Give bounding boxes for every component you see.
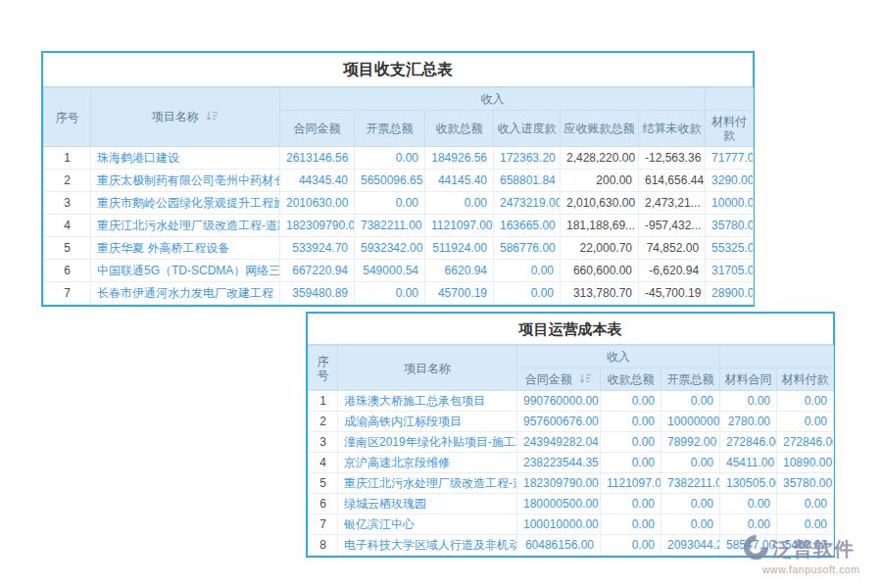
table-title: 项目收支汇总表 — [43, 53, 753, 87]
amount-cell: 0.00 — [494, 260, 561, 282]
amount-cell: 180000500.00 — [517, 494, 601, 514]
col-header-project-sortable[interactable]: 项目名称 — [91, 88, 280, 147]
col-header-invoice-total: 开票总额 — [355, 111, 425, 147]
project-name-link[interactable]: 重庆市鹅岭公园绿化景观提升工程施工 — [91, 192, 280, 215]
amount-cell: 45411.00 — [720, 453, 777, 473]
table-row: 6绿城云栖玫瑰园180000500.000.000.000.000.00 — [309, 494, 834, 514]
amount-cell: 0.00 — [601, 432, 662, 453]
amount-cell: 2,473,21... — [639, 192, 706, 215]
amount-cell: 181,188,69... — [561, 215, 639, 237]
table-row: 5重庆江北污水处理厂级改造工程-道路修复182309790.001121097.… — [309, 473, 834, 494]
amount-cell: 2,428,220.00 — [561, 147, 639, 170]
row-index-cell: 5 — [309, 473, 338, 494]
project-name-link[interactable]: 重庆太极制药有限公司亳州中药材仓储物流 — [91, 170, 280, 192]
group-header-empty — [706, 88, 754, 111]
amount-cell: 0.00 — [355, 282, 425, 305]
amount-cell: 0.00 — [720, 494, 777, 514]
col-header-project: 项目名称 — [338, 346, 517, 391]
row-index-cell: 3 — [309, 432, 338, 453]
amount-cell: 0.00 — [494, 282, 561, 305]
amount-cell: 71777.00 — [706, 147, 754, 170]
table-row: 7长春市伊通河水力发电厂改建工程359480.890.0045700.190.0… — [44, 282, 754, 305]
vendor-url: www.fanpusoft.com — [762, 564, 880, 575]
row-index-cell: 6 — [309, 494, 338, 514]
amount-cell: 0.00 — [777, 412, 834, 432]
vendor-brand-name: 泛普软件 — [772, 536, 855, 563]
project-name-link[interactable]: 重庆华夏 外高桥工程设备 — [91, 237, 280, 260]
amount-cell: 10000.00 — [706, 192, 754, 215]
amount-cell: -45,700.19 — [639, 282, 706, 305]
amount-cell: 200.00 — [561, 170, 639, 192]
amount-cell: 28900.00 — [706, 282, 754, 305]
amount-cell: 272846.00 — [777, 432, 834, 453]
amount-cell: 0.00 — [601, 514, 662, 535]
amount-cell: 10890.00 — [777, 453, 834, 473]
project-name-link[interactable]: 银亿滨江中心 — [338, 514, 517, 535]
amount-cell: 0.00 — [601, 453, 662, 473]
row-index-cell: 8 — [309, 535, 338, 556]
operating-cost-table: 项目运营成本表 序号 项目名称 收入 合同金额 — [306, 312, 835, 558]
col-header-settle-unreceived: 结算未收款 — [639, 111, 706, 147]
amount-cell: 0.00 — [425, 192, 494, 215]
col-header-seq: 序号 — [44, 88, 91, 147]
col-header-receivable-total: 应收账款总额 — [561, 111, 639, 147]
amount-cell: 2613146.56 — [280, 147, 355, 170]
col-header-material-payment: 材料付款 — [706, 111, 754, 147]
amount-cell: 313,780.70 — [561, 282, 639, 305]
amount-cell: 35780.00 — [706, 215, 754, 237]
project-name-link[interactable]: 成渝高铁内江标段项目 — [338, 412, 517, 432]
amount-cell: 45700.19 — [425, 282, 494, 305]
amount-cell: 990760000.00 — [517, 391, 601, 412]
project-name-link[interactable]: 电子科技大学区域人行道及非机动车道工 — [338, 535, 517, 556]
row-index-cell: 1 — [44, 147, 91, 170]
table-row: 4重庆江北污水处理厂级改造工程-道路修复工182309790.007382211… — [44, 215, 754, 237]
amount-cell: 586776.00 — [494, 237, 561, 260]
amount-cell: 5650096.65 — [355, 170, 425, 192]
amount-cell: -6,620.94 — [639, 260, 706, 282]
amount-cell: 614,656.44 — [639, 170, 706, 192]
amount-cell: 533924.70 — [280, 237, 355, 260]
cost-table-body: 1港珠澳大桥施工总承包项目990760000.000.000.000.000.0… — [309, 391, 834, 556]
table-row: 3重庆市鹅岭公园绿化景观提升工程施工2010630.000.000.002473… — [44, 192, 754, 215]
project-name-link[interactable]: 港珠澳大桥施工总承包项目 — [338, 391, 517, 412]
amount-cell: 0.00 — [355, 147, 425, 170]
header-group-row: 序号 项目名称 收入 — [44, 88, 754, 111]
amount-cell: 0.00 — [662, 453, 720, 473]
amount-cell: 272846.00 — [720, 432, 777, 453]
amount-cell: 243949282.04 — [517, 432, 601, 453]
row-index-cell: 7 — [309, 514, 338, 535]
project-name-link[interactable]: 长春市伊通河水力发电厂改建工程 — [91, 282, 280, 305]
col-header-invoice-total: 开票总额 — [662, 368, 720, 391]
row-index-cell: 6 — [44, 260, 91, 282]
col-header-received-total: 收款总额 — [425, 111, 494, 147]
amount-cell: 0.00 — [601, 391, 662, 412]
col-header-contract-amount-sortable[interactable]: 合同金额 — [517, 368, 601, 391]
project-name-link[interactable]: 重庆江北污水处理厂级改造工程-道路修复工 — [91, 215, 280, 237]
amount-cell: 7382211.00 — [662, 473, 720, 494]
row-index-cell: 7 — [44, 282, 91, 305]
amount-cell: 0.00 — [601, 535, 662, 556]
amount-cell: 0.00 — [777, 391, 834, 412]
table-row: 1港珠澳大桥施工总承包项目990760000.000.000.000.000.0… — [309, 391, 834, 412]
amount-cell: 6620.94 — [425, 260, 494, 282]
amount-cell: 130505.00 — [720, 473, 777, 494]
amount-cell: -957,432... — [639, 215, 706, 237]
project-name-link[interactable]: 珠海鹤港口建设 — [91, 147, 280, 170]
group-header-income: 收入 — [517, 346, 720, 368]
project-name-link[interactable]: 绿城云栖玫瑰园 — [338, 494, 517, 514]
project-name-link[interactable]: 中国联通5G（TD-SCDMA）网络三期四川工 — [91, 260, 280, 282]
amount-cell: 55325.00 — [706, 237, 754, 260]
amount-cell: 100010000.00 — [517, 514, 601, 535]
project-name-link[interactable]: 潼南区2019年绿化补贴项目-施工2标段 — [338, 432, 517, 453]
col-header-project-label: 项目名称 — [152, 110, 199, 123]
amount-cell: 0.00 — [662, 494, 720, 514]
project-name-link[interactable]: 京沪高速北京段维修 — [338, 453, 517, 473]
project-name-link[interactable]: 重庆江北污水处理厂级改造工程-道路修复 — [338, 473, 517, 494]
amount-cell: 667220.94 — [280, 260, 355, 282]
summary-table-body: 1珠海鹤港口建设2613146.560.00184926.56172363.20… — [44, 147, 754, 305]
col-header-received-total: 收款总额 — [601, 368, 662, 391]
row-index-cell: 1 — [309, 391, 338, 412]
row-index-cell: 4 — [309, 453, 338, 473]
amount-cell: 184926.56 — [425, 147, 494, 170]
amount-cell: 2093044.22 — [662, 535, 720, 556]
